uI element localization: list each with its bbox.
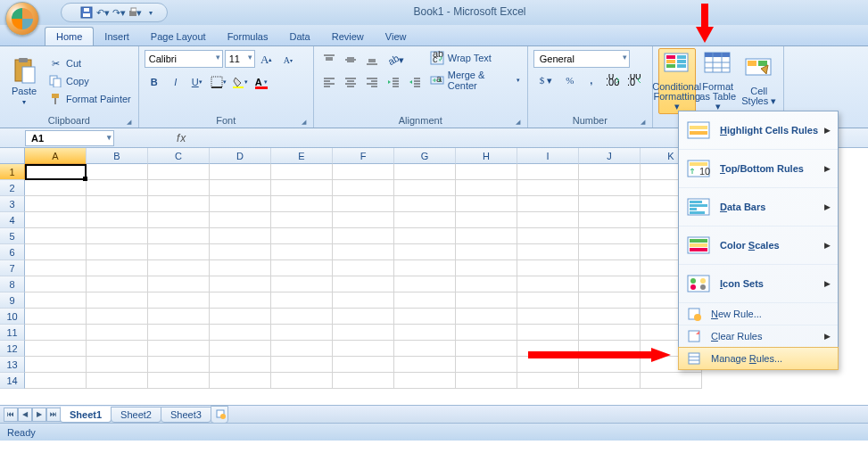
row-header[interactable]: 13 — [0, 357, 25, 373]
cell[interactable] — [579, 180, 641, 196]
increase-decimal-button[interactable]: .0.00 — [603, 70, 623, 90]
cell[interactable] — [87, 373, 148, 389]
cell[interactable] — [25, 292, 87, 309]
cell[interactable] — [25, 196, 87, 212]
cell[interactable] — [517, 276, 579, 292]
cell[interactable] — [148, 228, 210, 244]
cell[interactable] — [394, 309, 456, 325]
cell[interactable] — [148, 180, 210, 196]
cell[interactable] — [25, 309, 87, 325]
cell[interactable] — [148, 309, 210, 325]
tab-insert[interactable]: Insert — [94, 28, 140, 45]
cell[interactable] — [456, 373, 517, 389]
cell[interactable] — [271, 276, 333, 292]
cell[interactable] — [148, 357, 210, 373]
cell[interactable] — [210, 196, 271, 212]
cell[interactable] — [333, 212, 394, 228]
cell[interactable] — [517, 341, 579, 357]
cell[interactable] — [87, 164, 148, 180]
tab-data[interactable]: Data — [278, 28, 320, 45]
cell[interactable] — [456, 357, 517, 373]
col-header[interactable]: C — [148, 148, 210, 164]
cell[interactable] — [271, 212, 333, 228]
cell[interactable] — [456, 260, 517, 276]
cell[interactable] — [456, 292, 517, 309]
cell[interactable] — [517, 164, 579, 180]
cell[interactable] — [271, 180, 333, 196]
cell[interactable] — [271, 357, 333, 373]
fx-icon[interactable]: x — [177, 132, 186, 144]
cell[interactable] — [333, 357, 394, 373]
cell[interactable] — [25, 325, 87, 341]
conditional-formatting-button[interactable]: Conditional Formatting ▾ — [658, 48, 696, 114]
sheet-tab-1[interactable]: Sheet1 — [60, 407, 112, 423]
cell[interactable] — [25, 180, 87, 196]
cell[interactable] — [87, 244, 148, 260]
cell[interactable] — [456, 180, 517, 196]
cell[interactable] — [210, 341, 271, 357]
cell[interactable] — [579, 164, 641, 180]
decrease-indent-button[interactable] — [384, 72, 403, 92]
number-format-select[interactable]: General — [533, 50, 630, 68]
cell[interactable] — [456, 196, 517, 212]
cell[interactable] — [87, 228, 148, 244]
menu-top-bottom[interactable]: 10 Top/Bottom Rules ▶ — [679, 150, 838, 188]
cell[interactable] — [333, 260, 394, 276]
cell[interactable] — [333, 196, 394, 212]
cell[interactable] — [394, 373, 456, 389]
col-header[interactable]: A — [25, 148, 87, 164]
cell[interactable] — [517, 228, 579, 244]
cell[interactable] — [333, 228, 394, 244]
font-size-select[interactable]: 11 — [225, 50, 255, 68]
shrink-font-button[interactable]: A▾ — [278, 50, 298, 70]
align-bottom-button[interactable] — [362, 50, 382, 70]
cell[interactable] — [271, 373, 333, 389]
cell[interactable] — [148, 292, 210, 309]
cell[interactable] — [210, 164, 271, 180]
cell-styles-button[interactable]: Cell Styles ▾ — [740, 48, 778, 114]
row-header[interactable]: 3 — [0, 196, 25, 212]
font-name-select[interactable]: Calibri — [145, 50, 223, 68]
cell[interactable] — [394, 244, 456, 260]
cell[interactable] — [579, 325, 641, 341]
cell[interactable] — [210, 357, 271, 373]
cell[interactable] — [333, 276, 394, 292]
cell[interactable] — [579, 196, 641, 212]
cell[interactable] — [210, 325, 271, 341]
col-header[interactable]: D — [210, 148, 271, 164]
cell[interactable] — [394, 292, 456, 309]
cell[interactable] — [456, 276, 517, 292]
cell[interactable] — [394, 341, 456, 357]
cell[interactable] — [333, 325, 394, 341]
row-header[interactable]: 9 — [0, 292, 25, 309]
cell[interactable] — [210, 373, 271, 389]
cell[interactable] — [87, 341, 148, 357]
cell[interactable] — [394, 212, 456, 228]
row-header[interactable]: 11 — [0, 325, 25, 341]
cell[interactable] — [333, 180, 394, 196]
fill-color-button[interactable]: ▾ — [230, 72, 250, 92]
cell[interactable] — [333, 292, 394, 309]
cell[interactable] — [148, 276, 210, 292]
col-header[interactable]: I — [517, 148, 579, 164]
cell[interactable] — [25, 228, 87, 244]
cell[interactable] — [210, 212, 271, 228]
cell[interactable] — [25, 276, 87, 292]
cell[interactable] — [210, 228, 271, 244]
cell[interactable] — [210, 292, 271, 309]
cell[interactable] — [517, 373, 579, 389]
cell[interactable] — [579, 309, 641, 325]
col-header[interactable]: E — [271, 148, 333, 164]
row-header[interactable]: 12 — [0, 341, 25, 357]
sheet-tab-2[interactable]: Sheet2 — [111, 407, 161, 423]
cell[interactable] — [456, 212, 517, 228]
row-header[interactable]: 1 — [0, 164, 25, 180]
cell[interactable] — [148, 341, 210, 357]
italic-button[interactable]: I — [166, 72, 186, 92]
align-center-button[interactable] — [341, 72, 360, 92]
menu-clear-rules[interactable]: Clear Rules ▶ — [679, 325, 838, 348]
cell[interactable] — [456, 228, 517, 244]
paste-button[interactable]: Paste ▾ — [5, 48, 43, 114]
percent-button[interactable]: % — [560, 70, 580, 90]
cell[interactable] — [210, 244, 271, 260]
